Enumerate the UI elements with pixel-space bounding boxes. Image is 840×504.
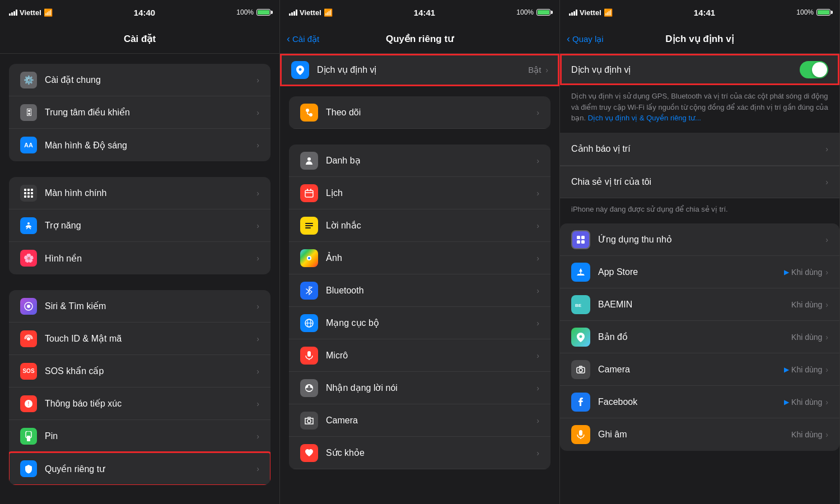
privacy-item-camera[interactable]: Camera › (289, 404, 550, 437)
icon-bando (571, 328, 590, 347)
chevron-anh: › (536, 254, 539, 263)
icon-micro (300, 347, 318, 365)
privacy-item-bluetooth[interactable]: Bluetooth › (289, 274, 550, 307)
location-arrow-appstore: ▶ (784, 268, 789, 276)
chevron-appstore: › (825, 268, 828, 277)
location-toggle-item[interactable]: Dịch vụ định vị (560, 54, 839, 85)
app-item-bando[interactable]: Bản đồ Khi dùng › (560, 321, 839, 353)
nav-bar-2: ‹ Cài đặt Quyền riêng tư (280, 25, 559, 54)
settings-item-sos[interactable]: SOS SOS khẩn cấp › (9, 355, 270, 388)
settings-item-quyen[interactable]: Quyền riêng tư › (9, 452, 270, 485)
icon-mang (300, 314, 318, 332)
app-item-facebook[interactable]: Facebook ▶ Khi dùng › (560, 386, 839, 418)
chevron-trungtam: › (256, 108, 259, 117)
chevron-nhandang: › (536, 384, 539, 393)
privacy-item-loinhac[interactable]: Lời nhắc › (289, 209, 550, 242)
back-label-2: Cài đặt (292, 34, 319, 44)
privacy-item-nhandang[interactable]: Nhận dạng lời nói › (289, 372, 550, 404)
chevron-siri: › (256, 302, 259, 311)
label-touchid: Touch ID & Mật mã (45, 333, 256, 344)
svg-point-11 (27, 305, 30, 308)
svg-rect-32 (577, 236, 580, 239)
privacy-item-suckhoe[interactable]: Sức khỏe › (289, 437, 550, 469)
svg-rect-34 (577, 240, 580, 244)
back-button-3[interactable]: ‹ Quay lại (567, 33, 604, 45)
value-facebook: ▶ Khi dùng (784, 398, 822, 407)
apps-location-group: Ứng dụng thu nhỏ › App Store ▶ Khi dùng … (560, 223, 839, 451)
settings-item-manhinh[interactable]: AA Màn hình & Độ sáng › (9, 129, 270, 161)
label-sos: SOS khẩn cấp (45, 366, 256, 376)
label-facebook: Facebook (598, 397, 784, 407)
app-item-ungdung[interactable]: Ứng dụng thu nhỏ › (560, 223, 839, 256)
battery-fill-2 (538, 10, 549, 15)
chevron-manhinhchinh: › (256, 189, 259, 198)
chevron-ghiam: › (825, 430, 828, 439)
chevron-pin: › (256, 432, 259, 441)
value-camera-loc: ▶ Khi dùng (784, 365, 822, 374)
label-loinhac: Lời nhắc (326, 220, 536, 231)
location-learn-more-link[interactable]: Dịch vụ định vị & Quyền riêng tư... (588, 114, 701, 122)
chevron-quyen: › (256, 464, 259, 473)
svg-rect-6 (24, 195, 26, 198)
icon-anh (300, 249, 318, 267)
privacy-item-micro[interactable]: Micrô › (289, 339, 550, 372)
svg-rect-1 (27, 189, 30, 191)
status-bar-3: Viettel 📶 14:41 100% (560, 0, 839, 25)
svg-rect-35 (581, 240, 585, 244)
nav-title-2: Quyền riêng tư (386, 33, 454, 45)
chevron-lich: › (536, 189, 539, 198)
chevron-caidatchung: › (256, 76, 259, 85)
location-toggle-highlight: Dịch vụ định vị (560, 54, 839, 85)
location-service-highlight: Dịch vụ định vị Bật › (280, 54, 559, 86)
svg-rect-3 (24, 192, 26, 194)
app-item-appstore[interactable]: App Store ▶ Khi dùng › (560, 256, 839, 288)
back-label-3: Quay lại (572, 34, 604, 44)
privacy-item-theodoi[interactable]: Theo dõi › (289, 96, 550, 129)
location-description: Dịch vụ định vị sử dụng GPS, Bluetooth v… (560, 85, 839, 133)
chevron-camera: › (536, 416, 539, 425)
app-item-ghiam[interactable]: Ghi âm Khi dùng › (560, 418, 839, 451)
location-toggle-label: Dịch vụ định vị (571, 64, 800, 75)
label-micro: Micrô (326, 351, 536, 361)
privacy-item-anh[interactable]: Ảnh › (289, 242, 550, 274)
settings-item-siri[interactable]: Siri & Tìm kiếm › (9, 290, 270, 323)
location-toggle[interactable] (800, 61, 828, 78)
privacy-item-lich[interactable]: Lịch › (289, 177, 550, 209)
icon-touchid (20, 330, 37, 347)
app-item-camera[interactable]: Camera ▶ Khi dùng › (560, 353, 839, 386)
settings-item-hinhnen[interactable]: 🌸 Hình nền › (9, 242, 270, 274)
privacy-item-mang[interactable]: Mạng cục bộ › (289, 307, 550, 339)
battery-fill-3 (818, 10, 829, 15)
settings-item-trungtam[interactable]: 🎛 Trung tâm điều khiển › (9, 96, 270, 129)
svg-rect-25 (305, 227, 311, 228)
back-button-2[interactable]: ‹ Cài đặt (287, 33, 319, 45)
label-nhandang: Nhận dạng lời nói (326, 382, 536, 393)
icon-ghiam (571, 425, 590, 444)
settings-item-manhinhchinh[interactable]: Màn hình chính › (9, 177, 270, 209)
canh-bao-vi-tri[interactable]: Cảnh báo vị trí › (560, 133, 839, 165)
label-hinhnen: Hình nền (45, 253, 256, 264)
share-location-item[interactable]: Chia sẻ vị trí của tôi › (560, 166, 839, 198)
chevron-manhinh: › (256, 141, 259, 150)
svg-rect-8 (31, 195, 33, 198)
settings-item-caidatchung[interactable]: ⚙️ Cài đặt chung › (9, 64, 270, 96)
signal-icon-2 (289, 10, 297, 16)
svg-rect-30 (307, 351, 311, 357)
settings-group-1: ⚙️ Cài đặt chung › 🎛 Trung tâm điều khiể… (9, 64, 270, 161)
settings-item-thongbao[interactable]: ! Thông báo tiếp xúc › (9, 388, 270, 420)
value-appstore: ▶ Khi dùng (784, 268, 822, 277)
settings-item-touchid[interactable]: Touch ID & Mật mã › (9, 323, 270, 355)
battery-area-2: 100% (516, 8, 550, 16)
settings-item-tronang[interactable]: Trợ năng › (9, 209, 270, 242)
app-item-baemin[interactable]: BE BAEMIN Khi dùng › (560, 288, 839, 321)
icon-manhinh: AA (20, 137, 37, 153)
carrier-1: Viettel 📶 (9, 8, 53, 17)
svg-rect-22 (310, 189, 311, 191)
share-location-section: Chia sẻ vị trí của tôi › iPhone này đang… (560, 166, 839, 224)
settings-item-pin[interactable]: Pin › (9, 420, 270, 452)
carrier-name-1: Viettel (20, 8, 41, 17)
privacy-item-location[interactable]: Dịch vụ định vị Bật › (280, 54, 559, 86)
privacy-item-danhba[interactable]: Danh bạ › (289, 144, 550, 177)
label-ghiam: Ghi âm (598, 430, 791, 440)
label-canhbao: Cảnh báo vị trí (571, 143, 825, 154)
